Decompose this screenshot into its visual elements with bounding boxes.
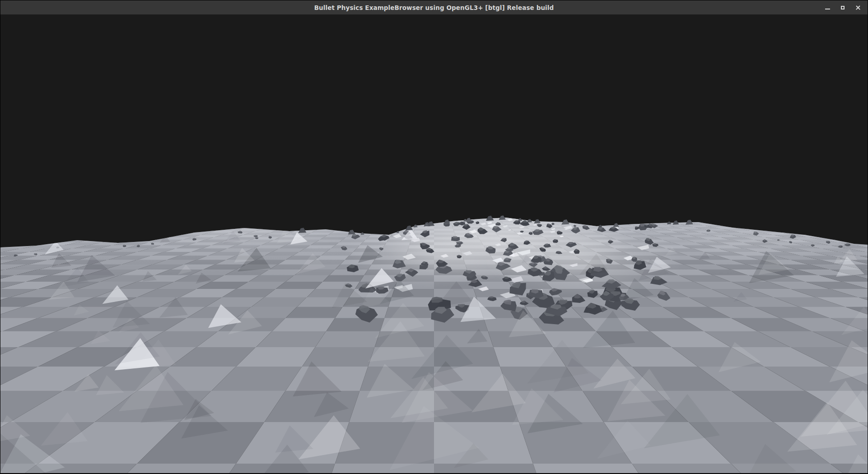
titlebar: Bullet Physics ExampleBrowser using Open… <box>0 0 868 14</box>
viewport-3d[interactable] <box>0 14 868 473</box>
maximize-icon <box>841 6 845 9</box>
window-controls <box>820 0 866 14</box>
terrain-scene <box>0 14 868 473</box>
maximize-button[interactable] <box>835 0 850 14</box>
close-icon <box>855 5 861 10</box>
close-button[interactable] <box>850 0 866 14</box>
minimize-button[interactable] <box>820 0 835 14</box>
app-window: Bullet Physics ExampleBrowser using Open… <box>0 0 868 474</box>
window-title: Bullet Physics ExampleBrowser using Open… <box>314 4 554 11</box>
minimize-icon <box>825 9 830 9</box>
